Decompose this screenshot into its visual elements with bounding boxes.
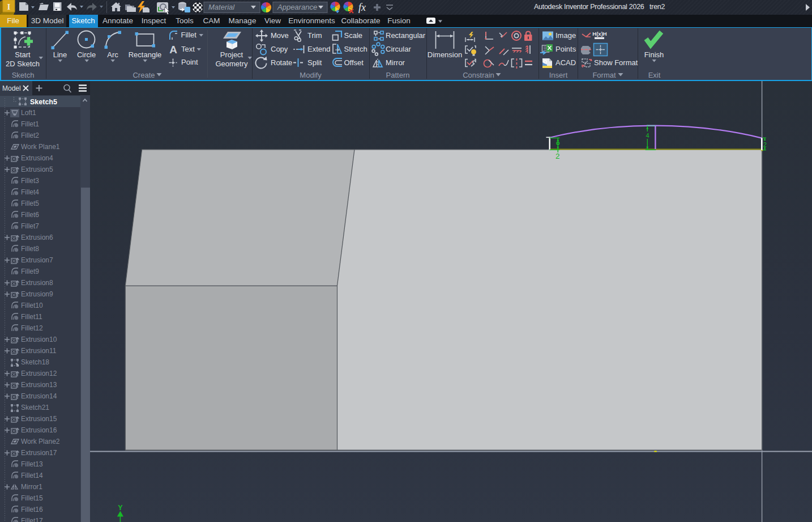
svg-text:Sketch18: Sketch18 [21, 358, 49, 366]
svg-text:Extrusion15: Extrusion15 [21, 415, 57, 423]
svg-text:Fillet8: Fillet8 [21, 245, 39, 253]
svg-text:2: 2 [555, 152, 560, 160]
svg-text:Work Plane1: Work Plane1 [21, 143, 60, 151]
svg-text:Sketch21: Sketch21 [21, 404, 49, 411]
svg-text:Fillet12: Fillet12 [21, 324, 43, 332]
svg-text:fx: fx [358, 2, 366, 13]
svg-text:Fillet3: Fillet3 [21, 177, 39, 185]
svg-text:Sketch5: Sketch5 [30, 98, 57, 106]
svg-text:A: A [169, 44, 177, 56]
svg-text:Fillet5: Fillet5 [21, 200, 39, 207]
svg-text:Fillet9: Fillet9 [21, 268, 39, 275]
svg-text:Y: Y [118, 504, 123, 512]
svg-text:4: 4 [646, 132, 649, 139]
svg-text:Fillet15: Fillet15 [21, 494, 43, 502]
svg-text:Extrusion14: Extrusion14 [21, 392, 57, 400]
svg-text:Extrusion13: Extrusion13 [21, 381, 57, 389]
svg-text:Fillet11: Fillet11 [21, 313, 42, 321]
svg-text:Fillet13: Fillet13 [21, 460, 43, 468]
svg-text:Appearance: Appearance [277, 3, 317, 11]
svg-text:Extrusion16: Extrusion16 [21, 426, 57, 434]
svg-text:Fillet4: Fillet4 [21, 188, 39, 196]
svg-text:Extrusion10: Extrusion10 [21, 336, 57, 343]
svg-text:Fillet16: Fillet16 [21, 506, 43, 513]
svg-text:Fillet6: Fillet6 [21, 211, 39, 219]
svg-text:Extrusion11: Extrusion11 [21, 347, 57, 355]
svg-text:Extrusion5: Extrusion5 [21, 165, 53, 173]
svg-text:Extrusion12: Extrusion12 [21, 370, 57, 377]
svg-text:Work Plane2: Work Plane2 [21, 438, 60, 445]
svg-text:H(x)H: H(x)H [592, 31, 606, 37]
svg-text:2: 2 [763, 141, 767, 148]
svg-text:Extrusion17: Extrusion17 [21, 449, 57, 457]
svg-text:Fillet7: Fillet7 [21, 222, 39, 230]
svg-text:Mirror1: Mirror1 [21, 483, 42, 491]
svg-text:Fillet10: Fillet10 [21, 302, 43, 309]
svg-text:I: I [7, 2, 11, 11]
svg-text:Loft1: Loft1 [21, 109, 36, 117]
svg-text:Fillet17: Fillet17 [21, 517, 43, 522]
svg-text:Fillet14: Fillet14 [21, 472, 43, 479]
svg-text:Fillet1: Fillet1 [21, 120, 39, 128]
svg-text:Extrusion4: Extrusion4 [21, 154, 53, 162]
svg-text:Extrusion9: Extrusion9 [21, 290, 53, 298]
svg-text:Fillet2: Fillet2 [21, 131, 39, 139]
svg-text:Extrusion7: Extrusion7 [21, 256, 53, 264]
svg-text:Extrusion8: Extrusion8 [21, 279, 53, 287]
svg-text:Material: Material [208, 3, 235, 11]
svg-text:Extrusion6: Extrusion6 [21, 234, 53, 241]
